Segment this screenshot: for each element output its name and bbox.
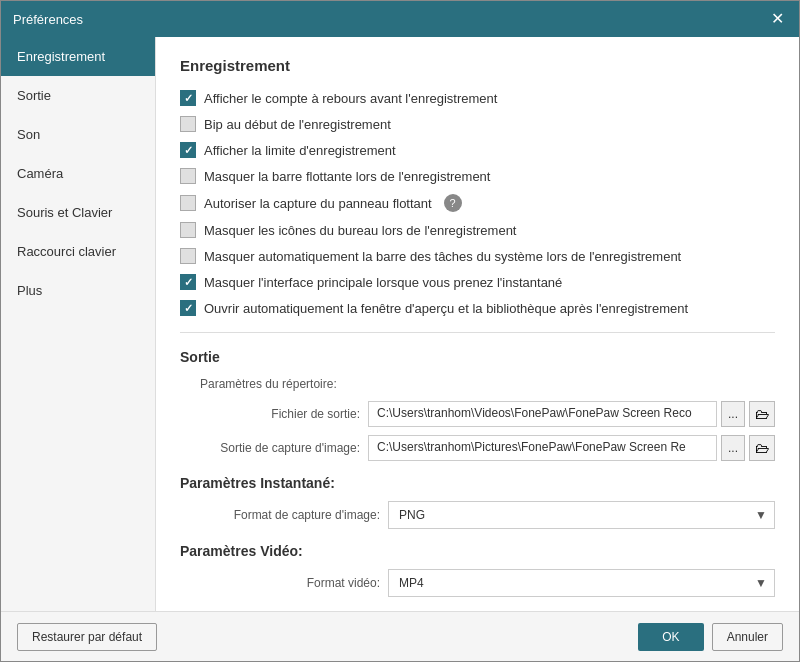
checkbox-6[interactable] (180, 222, 196, 238)
checkbox-row-6: Masquer les icônes du bureau lors de l'e… (180, 222, 775, 238)
format-video-row: Format vidéo: MP4 AVI MOV FLV ▼ (200, 569, 775, 597)
fichier-sortie-folder-button[interactable]: 🗁 (749, 401, 775, 427)
fichier-sortie-dots-button[interactable]: ... (721, 401, 745, 427)
params-video-title: Paramètres Vidéo: (180, 543, 303, 559)
format-video-select[interactable]: MP4 AVI MOV FLV (388, 569, 775, 597)
section-divider (180, 332, 775, 333)
dialog-footer: Restaurer par défaut OK Annuler (1, 611, 799, 661)
sidebar-item-raccourci[interactable]: Raccourci clavier (1, 232, 155, 271)
dialog-body: Enregistrement Sortie Son Caméra Souris … (1, 37, 799, 611)
sortie-image-row: Sortie de capture d'image: C:\Users\tran… (200, 435, 775, 461)
checkbox-row-2: Bip au début de l'enregistrement (180, 116, 775, 132)
preferences-dialog: Préférences ✕ Enregistrement Sortie Son … (0, 0, 800, 662)
sortie-image-label: Sortie de capture d'image: (200, 441, 360, 455)
checkbox-row-7: Masquer automatiquement la barre des tâc… (180, 248, 775, 264)
format-image-select-wrapper: PNG JPG BMP ▼ (388, 501, 775, 529)
sidebar-item-sortie[interactable]: Sortie (1, 76, 155, 115)
ok-button[interactable]: OK (638, 623, 703, 651)
cancel-button[interactable]: Annuler (712, 623, 783, 651)
checkbox-label-6: Masquer les icônes du bureau lors de l'e… (204, 223, 516, 238)
format-image-select[interactable]: PNG JPG BMP (388, 501, 775, 529)
fichier-sortie-input-group: C:\Users\tranhom\Videos\FonePaw\FonePaw … (368, 401, 775, 427)
checkbox-5[interactable] (180, 195, 196, 211)
checkbox-8[interactable] (180, 274, 196, 290)
checkbox-1[interactable] (180, 90, 196, 106)
title-bar: Préférences ✕ (1, 1, 799, 37)
params-instantane-title: Paramètres Instantané: (180, 475, 335, 491)
sidebar-item-son[interactable]: Son (1, 115, 155, 154)
checkbox-row-4: Masquer la barre flottante lors de l'enr… (180, 168, 775, 184)
sortie-image-value: C:\Users\tranhom\Pictures\FonePaw\FonePa… (368, 435, 717, 461)
sortie-image-folder-button[interactable]: 🗁 (749, 435, 775, 461)
close-button[interactable]: ✕ (767, 9, 787, 29)
checkbox-9[interactable] (180, 300, 196, 316)
checkbox-row-1: Afficher le compte à rebours avant l'enr… (180, 90, 775, 106)
checkbox-label-3: Afficher la limite d'enregistrement (204, 143, 396, 158)
checkbox-label-5: Autoriser la capture du panneau flottant (204, 196, 432, 211)
checkbox-row-9: Ouvrir automatiquement la fenêtre d'aper… (180, 300, 775, 316)
dialog-title: Préférences (13, 12, 83, 27)
sortie-image-input-group: C:\Users\tranhom\Pictures\FonePaw\FonePa… (368, 435, 775, 461)
sidebar-item-souris[interactable]: Souris et Clavier (1, 193, 155, 232)
checkbox-row-8: Masquer l'interface principale lorsque v… (180, 274, 775, 290)
help-icon[interactable]: ? (444, 194, 462, 212)
checkbox-row-5: Autoriser la capture du panneau flottant… (180, 194, 775, 212)
format-image-row: Format de capture d'image: PNG JPG BMP ▼ (200, 501, 775, 529)
checkbox-3[interactable] (180, 142, 196, 158)
checkbox-2[interactable] (180, 116, 196, 132)
format-video-label: Format vidéo: (200, 576, 380, 590)
checkbox-label-2: Bip au début de l'enregistrement (204, 117, 391, 132)
checkbox-label-9: Ouvrir automatiquement la fenêtre d'aper… (204, 301, 688, 316)
format-image-label: Format de capture d'image: (200, 508, 380, 522)
sidebar: Enregistrement Sortie Son Caméra Souris … (1, 37, 156, 611)
checkbox-label-8: Masquer l'interface principale lorsque v… (204, 275, 562, 290)
format-video-select-wrapper: MP4 AVI MOV FLV ▼ (388, 569, 775, 597)
footer-right-buttons: OK Annuler (638, 623, 783, 651)
checkbox-label-7: Masquer automatiquement la barre des tâc… (204, 249, 681, 264)
sidebar-item-plus[interactable]: Plus (1, 271, 155, 310)
sidebar-item-enregistrement[interactable]: Enregistrement (1, 37, 155, 76)
checkbox-label-1: Afficher le compte à rebours avant l'enr… (204, 91, 497, 106)
main-content: Enregistrement Afficher le compte à rebo… (156, 37, 799, 611)
sortie-section-title: Sortie (180, 349, 775, 365)
restore-defaults-button[interactable]: Restaurer par défaut (17, 623, 157, 651)
checkbox-row-3: Afficher la limite d'enregistrement (180, 142, 775, 158)
params-repertoire-label: Paramètres du répertoire: (200, 377, 337, 391)
sortie-image-dots-button[interactable]: ... (721, 435, 745, 461)
checkbox-label-4: Masquer la barre flottante lors de l'enr… (204, 169, 490, 184)
main-section-title: Enregistrement (180, 57, 775, 74)
checkbox-7[interactable] (180, 248, 196, 264)
checkbox-4[interactable] (180, 168, 196, 184)
sidebar-item-camera[interactable]: Caméra (1, 154, 155, 193)
fichier-sortie-label: Fichier de sortie: (200, 407, 360, 421)
fichier-sortie-value: C:\Users\tranhom\Videos\FonePaw\FonePaw … (368, 401, 717, 427)
fichier-sortie-row: Fichier de sortie: C:\Users\tranhom\Vide… (200, 401, 775, 427)
